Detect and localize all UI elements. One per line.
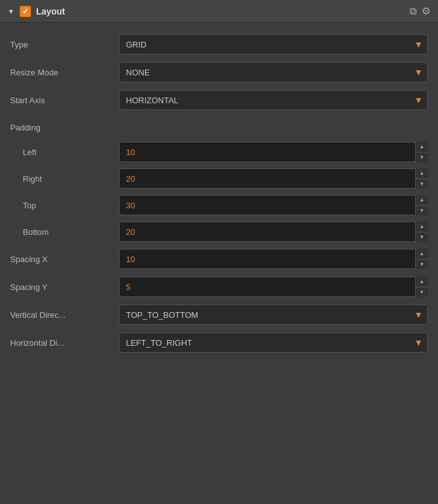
bottom-spinner-down[interactable]: ▼ <box>416 232 428 243</box>
spacing-x-input-wrapper: ▲ ▼ <box>119 249 428 269</box>
panel-title: Layout <box>36 6 65 16</box>
panel-header-icons: ⧉ ⚙ <box>410 5 430 17</box>
left-input-wrapper: ▲ ▼ <box>119 142 428 162</box>
top-row: Top ▲ ▼ <box>10 192 428 218</box>
left-spinner: ▲ ▼ <box>415 142 428 162</box>
spacing-y-spinner: ▲ ▼ <box>415 277 428 297</box>
start-axis-label: Start Axis <box>10 96 111 105</box>
right-spinner-up[interactable]: ▲ <box>416 168 428 179</box>
top-control: ▲ ▼ <box>119 195 428 215</box>
spacing-y-input-wrapper: ▲ ▼ <box>119 277 428 297</box>
type-row: Type GRID FLEX NONE ▼ <box>10 30 428 58</box>
top-spinner-down[interactable]: ▼ <box>416 206 428 216</box>
top-input-wrapper: ▲ ▼ <box>119 195 428 215</box>
resize-mode-row: Resize Mode NONE FIT FILL ▼ <box>10 58 428 86</box>
bottom-control: ▲ ▼ <box>119 222 428 242</box>
padding-section-row: Padding <box>10 114 428 139</box>
spacing-y-label: Spacing Y <box>10 282 111 292</box>
top-input[interactable] <box>119 195 428 215</box>
layout-checkbox[interactable]: ✓ <box>20 6 31 17</box>
horizontal-dir-select-wrapper: LEFT_TO_RIGHT RIGHT_TO_LEFT ▼ <box>119 332 428 353</box>
vertical-dir-label: Vertical Direc... <box>10 310 111 320</box>
spacing-x-spinner-up[interactable]: ▲ <box>416 249 428 260</box>
start-axis-select[interactable]: HORIZONTAL VERTICAL <box>119 90 428 110</box>
horizontal-dir-control: LEFT_TO_RIGHT RIGHT_TO_LEFT ▼ <box>119 332 428 353</box>
resize-mode-control: NONE FIT FILL ▼ <box>119 62 428 82</box>
spacing-x-label: Spacing X <box>10 255 111 264</box>
bottom-spinner: ▲ ▼ <box>415 222 428 242</box>
spacing-y-input[interactable] <box>119 277 428 297</box>
bottom-input-wrapper: ▲ ▼ <box>119 222 428 242</box>
right-row: Right ▲ ▼ <box>10 165 428 192</box>
left-spinner-down[interactable]: ▼ <box>416 153 428 163</box>
left-spinner-up[interactable]: ▲ <box>416 142 428 153</box>
top-spinner-up[interactable]: ▲ <box>416 195 428 206</box>
top-label: Top <box>23 201 111 210</box>
type-label: Type <box>10 40 111 49</box>
right-spinner-down[interactable]: ▼ <box>416 179 428 189</box>
spacing-x-input[interactable] <box>119 249 428 269</box>
type-select[interactable]: GRID FLEX NONE <box>119 34 428 54</box>
settings-icon[interactable]: ⚙ <box>422 5 430 17</box>
padding-section-label: Padding <box>10 118 41 135</box>
start-axis-row: Start Axis HORIZONTAL VERTICAL ▼ <box>10 86 428 114</box>
bottom-input[interactable] <box>119 222 428 242</box>
spacing-x-control: ▲ ▼ <box>119 249 428 269</box>
panel-header-left: ▼ ✓ Layout <box>8 6 404 17</box>
horizontal-dir-row: Horizontal Di... LEFT_TO_RIGHT RIGHT_TO_… <box>10 329 428 356</box>
layout-panel: ▼ ✓ Layout ⧉ ⚙ Type GRID FLEX NONE ▼ <box>0 0 438 364</box>
spacing-y-spinner-up[interactable]: ▲ <box>416 277 428 287</box>
spacing-x-spinner-down[interactable]: ▼ <box>416 260 428 270</box>
vertical-dir-control: TOP_TO_BOTTOM BOTTOM_TO_TOP ▼ <box>119 305 428 325</box>
vertical-dir-select-wrapper: TOP_TO_BOTTOM BOTTOM_TO_TOP ▼ <box>119 305 428 325</box>
type-select-wrapper: GRID FLEX NONE ▼ <box>119 34 428 54</box>
spacing-y-row: Spacing Y ▲ ▼ <box>10 273 428 301</box>
left-label: Left <box>23 148 111 157</box>
copy-icon[interactable]: ⧉ <box>410 6 416 17</box>
horizontal-dir-select[interactable]: LEFT_TO_RIGHT RIGHT_TO_LEFT <box>119 332 428 353</box>
spacing-y-spinner-down[interactable]: ▼ <box>416 287 428 298</box>
right-input-wrapper: ▲ ▼ <box>119 168 428 189</box>
left-control: ▲ ▼ <box>119 142 428 162</box>
bottom-label: Bottom <box>23 227 111 237</box>
spacing-x-spinner: ▲ ▼ <box>415 249 428 269</box>
panel-body: Type GRID FLEX NONE ▼ Resize Mode NONE <box>0 23 438 364</box>
spacing-x-row: Spacing X ▲ ▼ <box>10 245 428 273</box>
start-axis-select-wrapper: HORIZONTAL VERTICAL ▼ <box>119 90 428 110</box>
type-control: GRID FLEX NONE ▼ <box>119 34 428 54</box>
start-axis-control: HORIZONTAL VERTICAL ▼ <box>119 90 428 110</box>
bottom-spinner-up[interactable]: ▲ <box>416 222 428 232</box>
right-label: Right <box>23 174 111 184</box>
vertical-dir-select[interactable]: TOP_TO_BOTTOM BOTTOM_TO_TOP <box>119 305 428 325</box>
left-row: Left ▲ ▼ <box>10 139 428 165</box>
resize-mode-select-wrapper: NONE FIT FILL ▼ <box>119 62 428 82</box>
horizontal-dir-label: Horizontal Di... <box>10 338 111 348</box>
top-spinner: ▲ ▼ <box>415 195 428 215</box>
vertical-dir-row: Vertical Direc... TOP_TO_BOTTOM BOTTOM_T… <box>10 301 428 329</box>
right-input[interactable] <box>119 168 428 189</box>
spacing-y-control: ▲ ▼ <box>119 277 428 297</box>
right-spinner: ▲ ▼ <box>415 168 428 189</box>
left-input[interactable] <box>119 142 428 162</box>
collapse-arrow-icon[interactable]: ▼ <box>8 8 15 15</box>
resize-mode-select[interactable]: NONE FIT FILL <box>119 62 428 82</box>
bottom-row: Bottom ▲ ▼ <box>10 218 428 245</box>
right-control: ▲ ▼ <box>119 168 428 189</box>
panel-header: ▼ ✓ Layout ⧉ ⚙ <box>0 0 438 23</box>
resize-mode-label: Resize Mode <box>10 68 111 77</box>
